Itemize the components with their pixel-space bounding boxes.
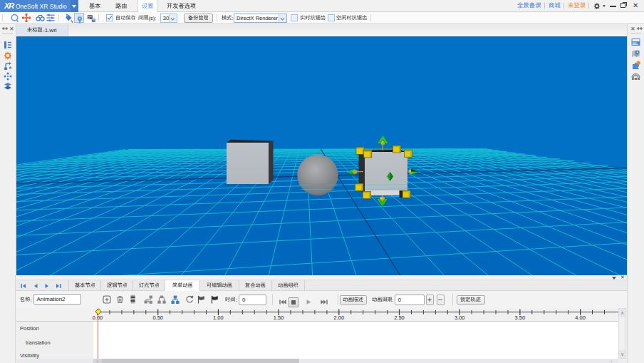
svg-text:4.00: 4.00 xyxy=(575,315,586,321)
svg-text:1.50: 1.50 xyxy=(274,315,284,321)
svg-text:2.50: 2.50 xyxy=(394,315,405,321)
svg-text:2.00: 2.00 xyxy=(333,315,344,321)
svg-text:3.00: 3.00 xyxy=(455,315,465,321)
svg-text:0.50: 0.50 xyxy=(152,315,163,321)
svg-text:3.50: 3.50 xyxy=(515,315,526,321)
svg-text:1.00: 1.00 xyxy=(213,315,224,321)
